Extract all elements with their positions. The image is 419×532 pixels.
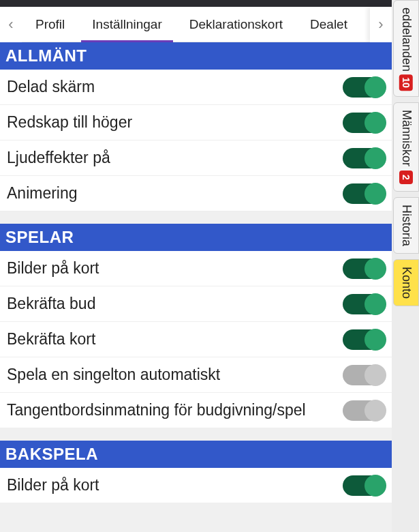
section-header: SPELAR [0,224,392,251]
tab-inställningar[interactable]: Inställningar [78,7,175,42]
side-tab-label: Människor [399,110,414,166]
setting-row: Spela en singelton automatiskt [0,357,392,393]
side-panel: eddelanden10Människor2HistoriaKonto [392,0,419,532]
side-tab-historia[interactable]: Historia [393,197,419,254]
toggle-knob [364,258,386,280]
toggle-switch[interactable] [343,148,385,168]
toggle-switch[interactable] [343,183,385,204]
setting-row: Delad skärm [0,70,392,105]
setting-row: Redskap till höger [0,105,392,141]
toggle-switch[interactable] [343,475,385,496]
settings-content[interactable]: ALLMÄNTDelad skärmRedskap till högerLjud… [0,42,392,532]
side-tab-människor[interactable]: Människor2 [393,102,419,192]
setting-label: Animering [7,184,343,203]
toggle-knob [364,183,386,205]
toggle-switch[interactable] [343,294,385,314]
tabs-prev-chevron-icon[interactable]: ‹ [0,7,22,42]
setting-row: Bekräfta kort [0,322,392,357]
top-dark-bar [0,0,392,7]
toggle-switch[interactable] [343,365,385,385]
main-area: ‹ ProfilInställningarDeklarationskortDea… [0,7,392,532]
side-tab-eddelanden[interactable]: eddelanden10 [393,0,419,97]
section-gap [0,211,392,224]
tab-deklarationskort[interactable]: Deklarationskort [176,7,296,42]
toggle-knob [364,147,386,169]
section-gap [0,503,392,516]
notification-badge: 10 [399,74,413,91]
setting-label: Spela en singelton automatiskt [7,366,343,384]
setting-label: Bilder på kort [7,476,343,494]
setting-row: Bilder på kort [0,468,392,503]
setting-label: Delad skärm [7,78,343,96]
setting-label: Tangentbordsinmatning för budgivning/spe… [7,401,343,419]
side-tabs-wrap: eddelanden10Människor2HistoriaKonto [393,0,419,312]
tab-dealet[interactable]: Dealet [296,7,361,42]
setting-label: Bekräfta bud [7,295,343,313]
tab-profil[interactable]: Profil [22,7,78,42]
setting-row: Animering [0,176,392,211]
notification-badge: 2 [399,171,413,184]
setting-row: Bilder på kort [0,251,392,286]
toggle-knob [364,475,386,497]
toggle-switch[interactable] [343,77,385,98]
toggle-knob [364,112,386,134]
section-header: ALLMÄNT [0,42,392,70]
side-tab-label: eddelanden [399,8,414,72]
section-header: BAKSPELA [0,441,392,468]
setting-label: Ljudeffekter på [7,149,343,167]
side-tab-label: Historia [399,205,414,246]
toggle-knob [364,329,386,351]
setting-row: Ljudeffekter på [0,141,392,176]
setting-label: Bekräfta kort [7,330,343,349]
setting-row: Bekräfta bud [0,286,392,322]
tabs-scroll: ProfilInställningarDeklarationskortDeale… [22,7,392,42]
section-gap [0,428,392,441]
toggle-knob [364,76,386,98]
setting-label: Bilder på kort [7,259,343,278]
toggle-knob [364,364,386,386]
setting-row: Tangentbordsinmatning för budgivning/spe… [0,393,392,428]
toggle-switch[interactable] [343,400,385,421]
toggle-knob [364,400,386,422]
toggle-switch[interactable] [343,329,385,350]
toggle-switch[interactable] [343,258,385,279]
side-tab-label: Konto [399,267,414,299]
tabs-bar: ‹ ProfilInställningarDeklarationskortDea… [0,7,392,42]
side-tab-konto[interactable]: Konto [393,259,419,306]
toggle-knob [364,293,386,315]
setting-label: Redskap till höger [7,113,343,132]
tabs-next-chevron-icon[interactable]: › [370,7,392,42]
toggle-switch[interactable] [343,113,385,133]
